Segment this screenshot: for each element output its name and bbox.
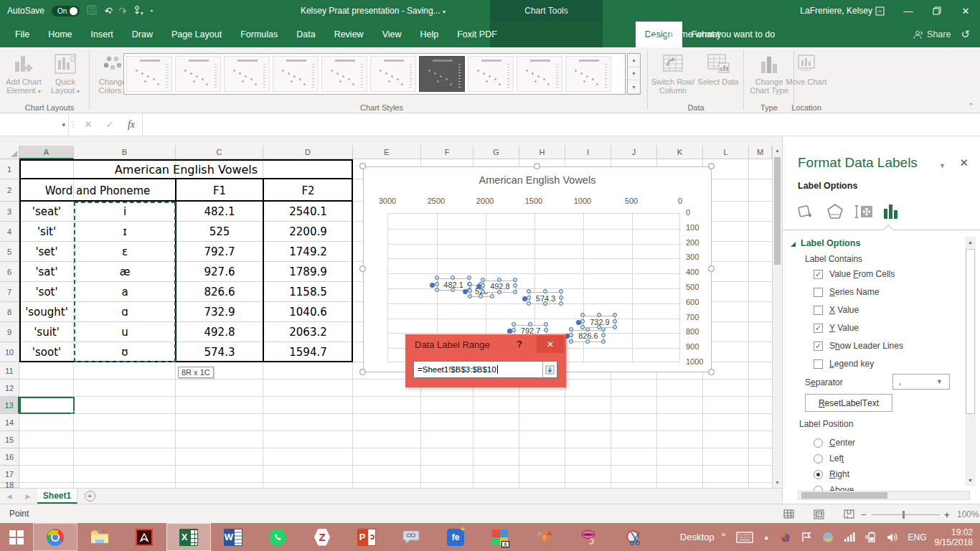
name-box[interactable]: ▾ xyxy=(0,113,69,136)
label-handle[interactable] xyxy=(513,290,517,294)
undo-button[interactable]: ↶▾ xyxy=(104,5,111,17)
redo-button[interactable]: ↷▾ xyxy=(118,5,126,17)
column-header-e[interactable]: E xyxy=(353,146,421,159)
chart-resize-handle[interactable] xyxy=(359,369,366,375)
fill-handle[interactable] xyxy=(72,411,75,415)
word-icon[interactable]: W xyxy=(211,523,255,551)
chart-style-thumbnail[interactable] xyxy=(565,56,611,92)
customize-qat-button[interactable]: ⹀ xyxy=(151,6,153,15)
pane-subtitle[interactable]: Label Options xyxy=(798,181,857,191)
tab-view[interactable]: View xyxy=(373,22,411,47)
zoom-in-icon[interactable]: + xyxy=(944,509,950,520)
desktop-toolbar[interactable]: Desktop xyxy=(675,523,720,551)
label-handle[interactable] xyxy=(585,339,590,344)
enter-icon[interactable]: ✓ xyxy=(99,113,121,136)
gallery-more-icon[interactable]: ▼ xyxy=(628,80,640,94)
radio-center[interactable]: Center xyxy=(814,438,855,448)
row-header-1[interactable]: 1 xyxy=(0,159,19,179)
column-header-f[interactable]: F xyxy=(421,146,473,159)
battery-icon[interactable] xyxy=(860,523,882,551)
clock[interactable]: 19:029/15/2018 xyxy=(932,523,980,551)
row-header-2[interactable]: 2 xyxy=(0,179,19,202)
checkbox-legend-key[interactable]: Legend key xyxy=(814,359,874,369)
column-header-g[interactable]: G xyxy=(473,146,519,159)
start-button[interactable] xyxy=(0,523,33,551)
label-handle[interactable] xyxy=(435,288,439,292)
chart-resize-handle[interactable] xyxy=(708,369,715,375)
radio-right[interactable]: Right xyxy=(814,469,849,479)
scrollbar-thumb[interactable] xyxy=(774,157,781,265)
row-header-12[interactable]: 12 xyxy=(0,380,19,397)
zoom-out-icon[interactable]: − xyxy=(861,509,867,520)
label-handle[interactable] xyxy=(468,294,472,298)
cancel-icon[interactable]: ✕ xyxy=(77,113,99,136)
label-handle[interactable] xyxy=(497,278,501,282)
row-header-11[interactable]: 11 xyxy=(0,362,19,380)
chart-style-thumbnail[interactable] xyxy=(517,56,562,92)
normal-view-icon[interactable] xyxy=(779,508,798,520)
insert-function-icon[interactable]: fx xyxy=(121,113,142,136)
close-button[interactable]: ✕ xyxy=(951,0,980,22)
label-handle[interactable] xyxy=(435,282,439,286)
page-break-view-icon[interactable] xyxy=(839,508,858,520)
chart-resize-handle[interactable] xyxy=(359,163,366,169)
zotero-icon[interactable]: Z xyxy=(300,523,344,551)
section-collapse-icon[interactable] xyxy=(791,242,796,247)
label-handle[interactable] xyxy=(513,278,517,282)
minimize-button[interactable]: — xyxy=(894,0,923,22)
row-header-18[interactable]: 18 xyxy=(0,483,19,488)
column-header-d[interactable]: D xyxy=(263,146,353,159)
pane-scroll-down-icon[interactable]: ▼ xyxy=(965,475,976,486)
chart-style-thumbnail[interactable] xyxy=(175,56,221,92)
checkbox-value-from-cells[interactable]: ✓Value From Cells xyxy=(814,269,895,279)
sheet-next-icon[interactable]: ▶ xyxy=(19,489,37,504)
row-header-3[interactable]: 3 xyxy=(0,202,19,222)
column-header-i[interactable]: I xyxy=(565,146,611,159)
tab-page-layout[interactable]: Page Layout xyxy=(162,22,231,47)
scroll-down-icon[interactable]: ▼ xyxy=(773,478,782,488)
scroll-up-icon[interactable]: ▲ xyxy=(773,146,782,156)
tab-formulas[interactable]: Formulas xyxy=(231,22,287,47)
gallery-up-icon[interactable]: ▲ xyxy=(628,54,640,67)
hidden-icons-chevron[interactable]: ▲ xyxy=(758,523,775,551)
autosave-toggle[interactable]: On xyxy=(52,6,80,17)
horizontal-scrollbar[interactable] xyxy=(798,491,970,500)
label-handle[interactable] xyxy=(528,322,532,326)
label-handle[interactable] xyxy=(467,276,471,280)
data-point[interactable] xyxy=(430,283,435,288)
row-header-9[interactable]: 9 xyxy=(0,322,19,342)
checkbox-series-name[interactable]: Series Name xyxy=(814,287,879,297)
chart-styles-gallery[interactable] xyxy=(123,53,626,95)
snipping-icon[interactable] xyxy=(611,523,656,551)
chart-style-thumbnail[interactable] xyxy=(224,56,270,92)
chart-style-thumbnail[interactable] xyxy=(273,56,319,92)
range-input[interactable]: =Sheet1!$B$3:$B$10 xyxy=(414,362,542,377)
gallery-down-icon[interactable]: ▼ xyxy=(628,67,640,81)
hscrollbar-thumb[interactable] xyxy=(801,492,887,499)
collapse-dialog-icon[interactable] xyxy=(542,362,557,377)
toolbar-more-chevron[interactable]: » xyxy=(717,519,731,547)
label-handle[interactable] xyxy=(490,294,494,298)
cube-8-icon[interactable]: 8 xyxy=(478,523,522,551)
zoom-percentage[interactable]: 100% xyxy=(957,509,979,519)
chart-style-thumbnail[interactable] xyxy=(126,56,172,92)
chart-resize-handle[interactable] xyxy=(708,163,715,169)
row-header-10[interactable]: 10 xyxy=(0,342,19,362)
gem-app-icon[interactable] xyxy=(522,523,567,551)
tab-file[interactable]: File xyxy=(6,22,39,47)
add-chart-element-button[interactable]: Add Chart Element ▾ xyxy=(3,50,44,96)
dialog-close-icon[interactable]: ✕ xyxy=(537,336,564,353)
tab-review[interactable]: Review xyxy=(325,22,373,47)
label-handle[interactable] xyxy=(468,282,472,286)
tab-home[interactable]: Home xyxy=(39,22,81,47)
row-header-4[interactable]: 4 xyxy=(0,222,19,242)
chrome-icon[interactable] xyxy=(33,523,77,551)
praat-icon[interactable] xyxy=(567,523,611,551)
column-header-c[interactable]: C xyxy=(176,146,263,159)
zoom-slider-thumb[interactable] xyxy=(903,511,905,519)
label-handle[interactable] xyxy=(497,290,501,294)
label-handle[interactable] xyxy=(481,290,485,294)
separator-dropdown[interactable]: , ▼ xyxy=(892,374,950,390)
sheet-tab-sheet1[interactable]: Sheet1 xyxy=(37,489,77,504)
select-data-button[interactable]: Select Data xyxy=(697,50,739,86)
